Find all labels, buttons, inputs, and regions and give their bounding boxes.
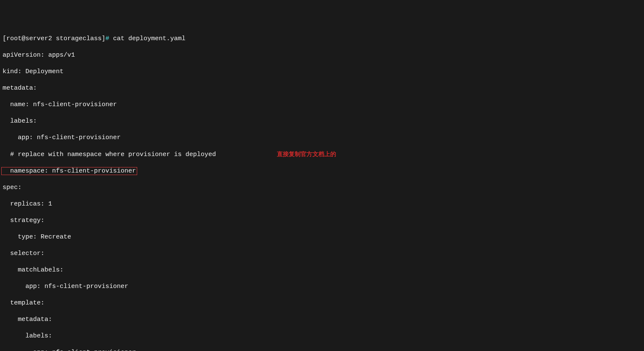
- yaml-line: metadata:: [3, 84, 641, 93]
- yaml-line: app: nfs-client-provisioner: [3, 348, 641, 351]
- yaml-line: labels:: [3, 117, 641, 126]
- yaml-line: app: nfs-client-provisioner: [3, 282, 641, 291]
- terminal-line: [root@server2 storageclass]# cat deploym…: [3, 35, 641, 43]
- yaml-line: matchLabels:: [3, 266, 641, 274]
- yaml-line: type: Recreate: [3, 233, 641, 241]
- yaml-line: apiVersion: apps/v1: [3, 51, 641, 60]
- yaml-comment: # replace with namespace where provision…: [3, 151, 216, 158]
- yaml-line: template:: [3, 299, 641, 307]
- yaml-line: labels:: [3, 332, 641, 340]
- yaml-line: selector:: [3, 250, 641, 258]
- annotation-copy-doc: 直接复制官方文档上的: [277, 151, 336, 157]
- yaml-line: metadata:: [3, 315, 641, 324]
- yaml-line: name: nfs-client-provisioner: [3, 101, 641, 109]
- yaml-line: replicas: 1: [3, 200, 641, 208]
- prompt-marker: #: [105, 35, 109, 42]
- yaml-line: namespace: nfs-client-provisioner: [3, 167, 641, 176]
- yaml-line: spec:: [3, 184, 641, 192]
- prompt: [root@server2 storageclass]: [3, 35, 105, 42]
- yaml-line: strategy:: [3, 217, 641, 225]
- highlight-namespace: namespace: nfs-client-provisioner: [1, 167, 137, 175]
- command-text: cat deployment.yaml: [113, 35, 185, 42]
- yaml-line: # replace with namespace where provision…: [3, 150, 641, 159]
- yaml-line: app: nfs-client-provisioner: [3, 134, 641, 142]
- yaml-line: kind: Deployment: [3, 68, 641, 76]
